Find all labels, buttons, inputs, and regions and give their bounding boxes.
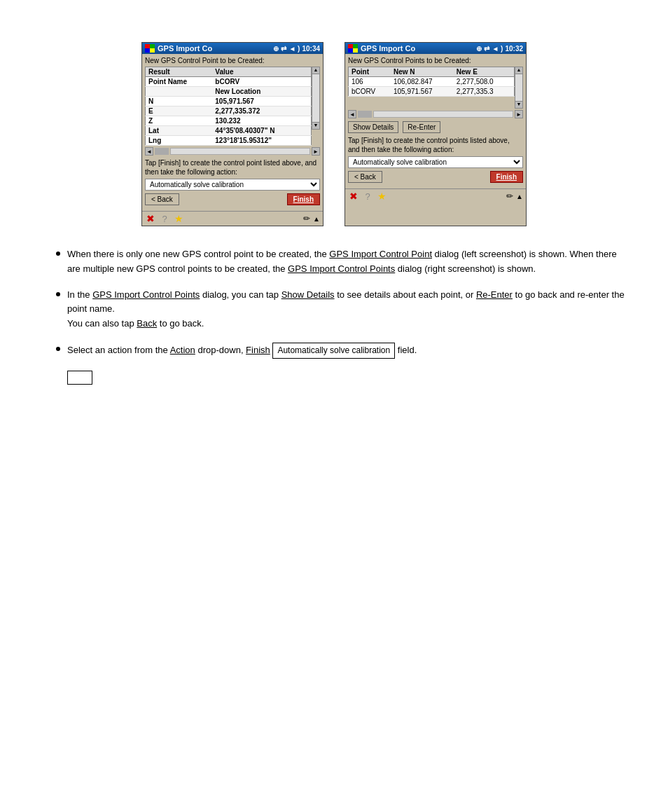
bullet-item-3: Select an action from the Action drop-do… — [56, 343, 626, 359]
left-data-table: Result Value Point Name bCORV New Locati… — [145, 67, 312, 146]
signal-icon: ⇄ — [281, 45, 286, 53]
right-dropdown-row: Automatically solve calibration — [348, 156, 523, 168]
rh-scroll-track — [358, 111, 372, 118]
bullet-text-2: In the GPS Import Control Points dialog,… — [67, 288, 626, 331]
row-result-1 — [146, 87, 213, 97]
help-icon[interactable]: ? — [159, 213, 170, 224]
new-e-0: 2,277,508.0 — [454, 77, 515, 87]
row-value-5: 44°35'08.40307" N — [212, 126, 311, 136]
right-vertical-scrollbar[interactable]: ▲ ▼ — [515, 67, 523, 109]
close-icon[interactable]: ✖ — [145, 213, 156, 224]
help-icon-r[interactable]: ? — [362, 191, 373, 202]
row-value-2: 105,971.567 — [212, 97, 311, 106]
table-row: Z 130.232 — [146, 116, 312, 126]
re-enter-button[interactable]: Re-Enter — [403, 121, 440, 133]
favorites-icon-r[interactable]: ★ — [376, 191, 387, 202]
left-window-body: New GPS Control Point to be Created: Res… — [142, 54, 323, 211]
left-button-row: < Back Finish — [145, 193, 320, 205]
left-action-dropdown[interactable]: Automatically solve calibration — [145, 179, 320, 191]
scroll-right-arrow-r[interactable]: ► — [515, 110, 523, 118]
table-row: 106 106,082.847 2,277,508.0 — [349, 77, 515, 87]
right-finish-button[interactable]: Finish — [490, 171, 523, 183]
bullet-dot-3 — [56, 347, 60, 351]
new-n-0: 106,082.847 — [391, 77, 454, 87]
volume-icon-right: ◄ ) — [492, 45, 503, 53]
small-input-box[interactable] — [67, 371, 92, 385]
close-icon-r[interactable]: ✖ — [348, 191, 359, 202]
scroll-right-arrow[interactable]: ► — [312, 147, 320, 156]
show-details-button[interactable]: Show Details — [348, 121, 398, 133]
left-back-button[interactable]: < Back — [145, 193, 179, 205]
favorites-icon[interactable]: ★ — [173, 213, 184, 224]
link-gps-import-points-2: GPS Import Control Points — [92, 289, 200, 300]
right-taskbar: ✖ ? ★ ✏ ▲ — [345, 188, 526, 203]
pencil-icon[interactable]: ✏ — [303, 214, 310, 223]
col-value: Value — [212, 67, 311, 77]
row-result-2: N — [146, 97, 213, 106]
right-table-container: Point New N New E 106 106,082.847 2,277,… — [348, 67, 523, 109]
right-title-bar: GPS Import Co ⊕ ⇄ ◄ ) 10:32 — [345, 43, 526, 54]
expand-icon[interactable]: ▲ — [313, 215, 320, 223]
vertical-scrollbar[interactable]: ▲ ▼ — [312, 67, 320, 130]
table-row: N 105,971.567 — [146, 97, 312, 106]
row-result-5: Lat — [146, 126, 213, 136]
rh-scroll-thumb — [359, 111, 371, 117]
col-result: Result — [146, 67, 213, 77]
link-gps-import-control-point: GPS Import Control Point — [329, 249, 432, 259]
point-0: 106 — [349, 77, 391, 87]
col-new-n: New N — [391, 67, 454, 77]
horizontal-scrollbar-row: ◄ ► — [145, 147, 320, 156]
right-instruction: Tap [Finish] to create the control point… — [348, 136, 523, 154]
bullet-text-3: Select an action from the Action drop-do… — [67, 343, 626, 359]
right-header-label: New GPS Control Points to be Created: — [348, 57, 523, 64]
link-show-details: Show Details — [281, 289, 335, 300]
scroll-down-arrow-r[interactable]: ▼ — [515, 101, 522, 108]
table-row: Lat 44°35'08.40307" N — [146, 126, 312, 136]
scroll-up-arrow[interactable]: ▲ — [312, 67, 319, 74]
pencil-icon-r[interactable]: ✏ — [506, 191, 513, 201]
row-value-0: bCORV — [212, 77, 311, 87]
scroll-down-arrow[interactable]: ▼ — [312, 122, 319, 129]
row-value-1: New Location — [212, 87, 311, 97]
table-row: Lng 123°18'15.95312" — [146, 136, 312, 146]
right-horizontal-scrollbar-row: ◄ ► — [348, 110, 523, 118]
col-point: Point — [349, 67, 391, 77]
title-bar-icons: ⊕ ⇄ ◄ ) 10:34 — [273, 45, 320, 53]
col-new-e: New E — [454, 67, 515, 77]
row-value-3: 2,277,335.372 — [212, 106, 311, 116]
table-row: New Location — [146, 87, 312, 97]
row-result-4: Z — [146, 116, 213, 126]
point-1: bCORV — [349, 87, 391, 97]
rh-scroll-empty — [373, 111, 513, 118]
new-n-1: 105,971.567 — [391, 87, 454, 97]
right-action-dropdown[interactable]: Automatically solve calibration — [348, 156, 523, 168]
scroll-left-arrow[interactable]: ◄ — [145, 147, 153, 156]
windows-flag-icon-right — [348, 44, 358, 53]
link-action: Action — [170, 345, 195, 355]
left-title-bar: GPS Import Co ⊕ ⇄ ◄ ) 10:34 — [142, 43, 323, 54]
expand-icon-r[interactable]: ▲ — [516, 193, 523, 200]
bullet-dot-1 — [56, 252, 60, 256]
right-device-window: GPS Import Co ⊕ ⇄ ◄ ) 10:32 New GPS Cont… — [345, 42, 527, 226]
right-back-button[interactable]: < Back — [348, 171, 382, 183]
signal-icon-right: ⇄ — [484, 45, 489, 53]
right-button-row: < Back Finish — [348, 171, 523, 183]
left-instruction: Tap [Finish] to create the control point… — [145, 158, 320, 177]
right-title-bar-icons: ⊕ ⇄ ◄ ) 10:32 — [476, 45, 523, 53]
scroll-up-arrow-r[interactable]: ▲ — [515, 67, 522, 74]
time-display: 10:34 — [302, 45, 320, 53]
new-e-1: 2,277,335.3 — [454, 87, 515, 97]
left-finish-button[interactable]: Finish — [287, 193, 320, 205]
left-header-label: New GPS Control Point to be Created: — [145, 57, 320, 64]
link-finish: Finish — [246, 345, 270, 355]
link-re-enter: Re-Enter — [476, 289, 513, 300]
h-scroll-thumb — [155, 149, 168, 154]
scroll-left-arrow-r[interactable]: ◄ — [348, 110, 356, 118]
link-gps-import-control-points: GPS Import Control Points — [288, 263, 395, 274]
bullet-text-1: When there is only one new GPS control p… — [67, 247, 626, 277]
left-title-text: GPS Import Co — [158, 44, 270, 53]
row-result-3: E — [146, 106, 213, 116]
network-icon: ⊕ — [273, 45, 279, 53]
table-row: bCORV 105,971.567 2,277,335.3 — [349, 87, 515, 97]
right-data-table: Point New N New E 106 106,082.847 2,277,… — [348, 67, 515, 97]
